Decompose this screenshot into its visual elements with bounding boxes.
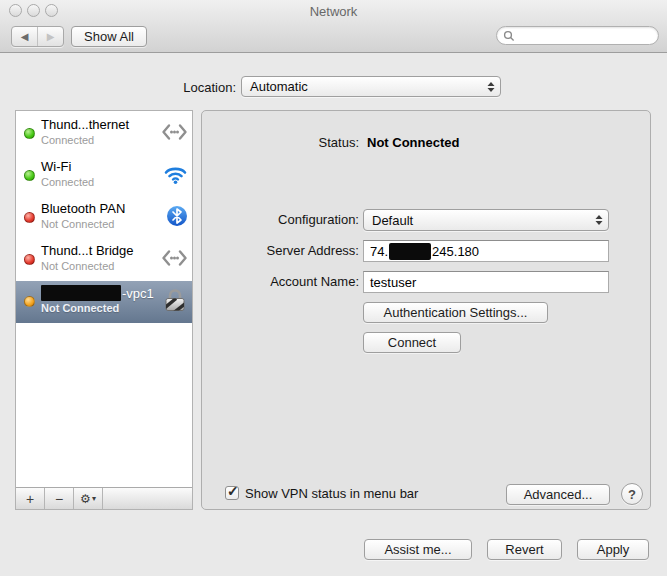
location-label: Location: (0, 80, 236, 95)
back-button[interactable]: ◀ (12, 27, 37, 46)
service-name: Thund...thernet (41, 117, 129, 132)
network-services-list: Thund...thernet Connected Wi-Fi Connecte… (16, 113, 192, 323)
server-address-suffix: 245.180 (432, 244, 479, 259)
search-input[interactable] (518, 28, 658, 43)
title-bar: Network ◀ ▶ Show All (0, 0, 667, 53)
account-name-value: testuser (370, 275, 416, 290)
thunderbolt-bridge-icon (161, 248, 188, 272)
back-icon: ◀ (21, 31, 29, 42)
lock-icon (162, 287, 188, 318)
server-address-prefix: 74. (370, 244, 388, 259)
sidebar-action-bar-filler (103, 488, 192, 509)
show-vpn-status-checkbox[interactable]: ✓ (225, 486, 239, 500)
popup-stepper-icon (487, 81, 495, 93)
bluetooth-icon (166, 205, 188, 231)
service-status: Connected (41, 134, 94, 146)
revert-button[interactable]: Revert (487, 539, 562, 560)
sidebar-action-bar: + − ⚙ ▾ (16, 487, 192, 509)
list-item-thunderbolt-bridge[interactable]: Thund...t Bridge Not Connected (16, 239, 192, 281)
status-dot-green (24, 170, 35, 181)
authentication-settings-button[interactable]: Authentication Settings... (363, 302, 548, 323)
list-item-vpn-selected[interactable]: -vpc1 Not Connected (16, 281, 192, 323)
forward-icon: ▶ (47, 31, 55, 42)
network-services-sidebar: Thund...thernet Connected Wi-Fi Connecte… (15, 110, 193, 510)
service-name: Wi-Fi (41, 159, 71, 174)
service-name: Bluetooth PAN (41, 201, 125, 216)
action-menu-button[interactable]: ⚙ ▾ (74, 488, 103, 509)
connect-button[interactable]: Connect (363, 332, 461, 353)
status-dot-red (24, 254, 35, 265)
service-status: Not Connected (41, 302, 119, 314)
advanced-button[interactable]: Advanced... (506, 484, 610, 505)
redaction-box (41, 285, 121, 301)
configuration-label: Configuration: (202, 212, 359, 227)
list-item-thunderbolt-ethernet[interactable]: Thund...thernet Connected (16, 113, 192, 155)
account-name-field[interactable]: testuser (363, 271, 609, 293)
account-name-label: Account Name: (202, 274, 359, 289)
add-service-button[interactable]: + (16, 488, 45, 509)
show-all-button[interactable]: Show All (71, 26, 147, 47)
service-status: Not Connected (41, 260, 114, 272)
search-icon (503, 30, 515, 42)
list-item-bluetooth-pan[interactable]: Bluetooth PAN Not Connected (16, 197, 192, 239)
network-preferences-window: Network ◀ ▶ Show All Location: Automatic (0, 0, 667, 576)
service-name: Thund...t Bridge (41, 243, 134, 258)
popup-stepper-icon (595, 214, 603, 226)
help-button[interactable]: ? (621, 483, 643, 505)
service-name: -vpc1 (41, 285, 154, 301)
search-field[interactable] (496, 26, 659, 45)
status-label: Status: (202, 135, 359, 150)
redaction-box (389, 243, 431, 260)
apply-button[interactable]: Apply (577, 539, 649, 560)
remove-service-button[interactable]: − (45, 488, 74, 509)
show-vpn-status-label: Show VPN status in menu bar (245, 486, 418, 501)
status-value: Not Connected (367, 135, 459, 150)
caret-down-icon: ▾ (92, 494, 96, 503)
back-forward-control: ◀ ▶ (11, 26, 64, 47)
service-status: Not Connected (41, 218, 114, 230)
checkmark-icon: ✓ (227, 483, 239, 499)
thunderbolt-ethernet-icon (161, 122, 188, 146)
server-address-label: Server Address: (202, 243, 359, 258)
configuration-popup[interactable]: Default (363, 209, 609, 231)
service-status: Connected (41, 176, 94, 188)
status-dot-orange (24, 296, 35, 307)
status-dot-green (24, 128, 35, 139)
location-popup[interactable]: Automatic (241, 76, 501, 97)
gear-icon: ⚙ (80, 492, 91, 506)
assist-me-button[interactable]: Assist me... (364, 539, 472, 560)
server-address-field[interactable]: 74. 245.180 (363, 240, 609, 262)
wifi-icon (163, 164, 188, 189)
list-item-wifi[interactable]: Wi-Fi Connected (16, 155, 192, 197)
location-value: Automatic (250, 79, 308, 94)
window-title: Network (0, 4, 667, 19)
vpn-settings-panel: Status: Not Connected Configuration: Def… (201, 110, 651, 510)
forward-button[interactable]: ▶ (37, 27, 63, 46)
status-dot-red (24, 212, 35, 223)
configuration-value: Default (372, 213, 413, 228)
